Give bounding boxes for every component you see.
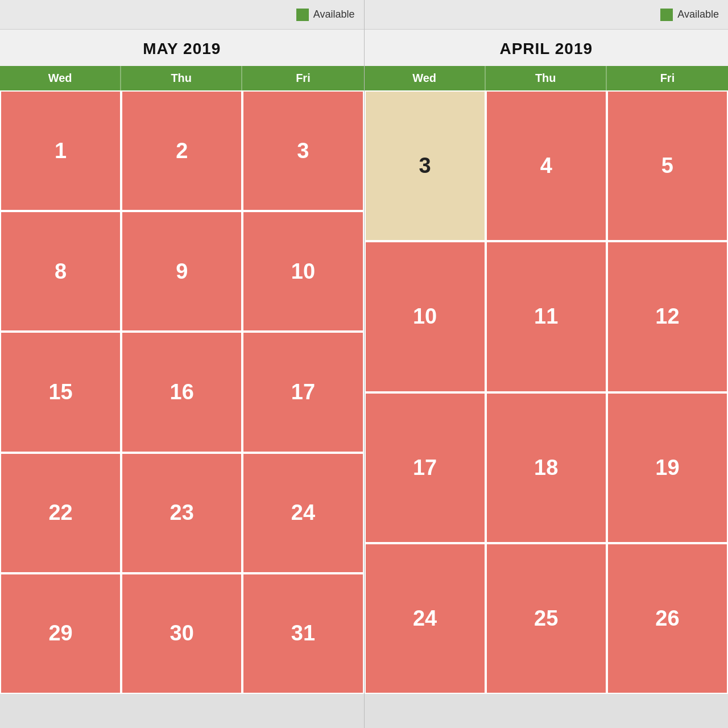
- april-cell-25[interactable]: 25: [486, 543, 607, 694]
- available-label-april: Available: [677, 9, 719, 20]
- april-calendar-grid: 3 4 5 10 11 12 17 18 19 24 25 26: [365, 90, 729, 694]
- may-cell-30[interactable]: 30: [121, 573, 242, 694]
- april-cell-5[interactable]: 5: [607, 90, 728, 241]
- may-cell-17[interactable]: 17: [242, 332, 363, 452]
- may-cell-10[interactable]: 10: [242, 211, 363, 332]
- april-cell-12[interactable]: 12: [607, 241, 728, 392]
- may-bottom-spacer: [0, 694, 364, 728]
- may-cell-3[interactable]: 3: [242, 90, 363, 211]
- april-day-wed: Wed: [365, 66, 486, 90]
- may-month-title: MAY 2019: [0, 30, 364, 66]
- april-month-title: APRIL 2019: [365, 30, 729, 66]
- available-icon-may: [296, 9, 309, 21]
- may-cell-15[interactable]: 15: [0, 332, 121, 452]
- may-cell-9[interactable]: 9: [121, 211, 242, 332]
- april-cell-4[interactable]: 4: [486, 90, 607, 241]
- april-cell-11[interactable]: 11: [486, 241, 607, 392]
- april-day-fri: Fri: [607, 66, 728, 90]
- may-cell-23[interactable]: 23: [121, 453, 242, 573]
- may-day-fri: Fri: [242, 66, 363, 90]
- april-day-header-row: Wed Thu Fri: [365, 66, 729, 90]
- april-day-thu: Thu: [486, 66, 607, 90]
- may-cell-16[interactable]: 16: [121, 332, 242, 452]
- april-cell-10[interactable]: 10: [365, 241, 486, 392]
- may-legend-bar: Available: [0, 0, 364, 30]
- april-cell-24[interactable]: 24: [365, 543, 486, 694]
- april-cell-26[interactable]: 26: [607, 543, 728, 694]
- may-cell-8[interactable]: 8: [0, 211, 121, 332]
- may-calendar-grid: 1 2 3 8 9 10 15 16 17 22 23 24 29 30 31: [0, 90, 364, 694]
- april-bottom-spacer: [365, 694, 729, 728]
- april-cell-17[interactable]: 17: [365, 392, 486, 543]
- available-icon-april: [660, 9, 673, 21]
- may-cell-24[interactable]: 24: [242, 453, 363, 573]
- may-day-header-row: Wed Thu Fri: [0, 66, 364, 90]
- may-cell-2[interactable]: 2: [121, 90, 242, 211]
- april-calendar-panel: Available APRIL 2019 Wed Thu Fri 3 4 5 1…: [365, 0, 729, 728]
- may-cell-22[interactable]: 22: [0, 453, 121, 573]
- available-label-may: Available: [313, 9, 355, 20]
- may-cell-1[interactable]: 1: [0, 90, 121, 211]
- may-calendar-panel: Available MAY 2019 Wed Thu Fri 1 2 3 8 9…: [0, 0, 365, 728]
- may-day-thu: Thu: [121, 66, 242, 90]
- may-cell-29[interactable]: 29: [0, 573, 121, 694]
- april-cell-18[interactable]: 18: [486, 392, 607, 543]
- april-cell-3[interactable]: 3: [365, 90, 486, 241]
- page-wrapper: Available MAY 2019 Wed Thu Fri 1 2 3 8 9…: [0, 0, 728, 728]
- april-legend-bar: Available: [365, 0, 729, 30]
- april-cell-19[interactable]: 19: [607, 392, 728, 543]
- may-cell-31[interactable]: 31: [242, 573, 363, 694]
- may-day-wed: Wed: [0, 66, 121, 90]
